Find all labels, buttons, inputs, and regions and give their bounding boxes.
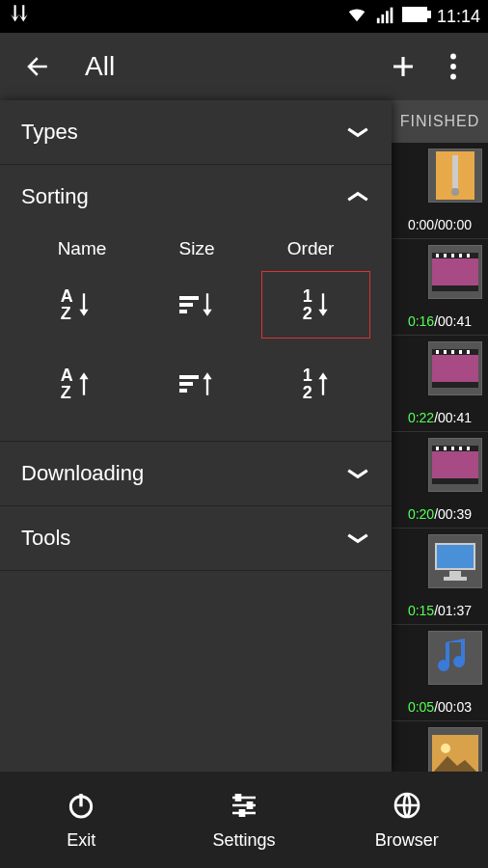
- svg-rect-50: [179, 382, 193, 386]
- add-button[interactable]: [380, 43, 426, 90]
- status-time: 11:14: [437, 7, 480, 27]
- section-tools[interactable]: Tools: [0, 506, 392, 571]
- svg-rect-35: [459, 447, 462, 450]
- svg-rect-11: [452, 155, 458, 188]
- sort-col-size: Size: [179, 238, 215, 259]
- svg-point-41: [441, 744, 450, 753]
- svg-rect-31: [432, 478, 478, 484]
- svg-rect-49: [179, 375, 199, 379]
- svg-rect-47: [179, 303, 193, 307]
- video-thumb-icon: [428, 438, 482, 492]
- list-item[interactable]: 0:15/01:37: [392, 529, 488, 625]
- svg-rect-34: [451, 447, 454, 450]
- sort-size-down[interactable]: [142, 271, 251, 339]
- item-time: 0:15/01:37: [392, 603, 488, 618]
- video-thumb-icon: [428, 341, 482, 395]
- svg-rect-0: [377, 17, 380, 22]
- chevron-down-icon: [345, 461, 370, 486]
- sort-col-name: Name: [58, 238, 107, 259]
- download-arrows-icon: [8, 2, 33, 32]
- list-item[interactable]: 0:05/00:03: [392, 625, 488, 721]
- section-label: Sorting: [21, 184, 345, 209]
- svg-rect-36: [467, 447, 470, 450]
- svg-rect-53: [236, 795, 240, 800]
- svg-rect-39: [444, 577, 467, 581]
- svg-rect-15: [432, 285, 478, 291]
- list-header-finished: FINISHED: [392, 100, 488, 143]
- overflow-menu-button[interactable]: [430, 43, 476, 90]
- section-label: Tools: [21, 526, 345, 551]
- svg-rect-2: [386, 11, 389, 23]
- svg-rect-28: [467, 350, 470, 354]
- browser-label: Browser: [375, 830, 439, 851]
- list-item[interactable]: 0:20/00:39: [392, 432, 488, 529]
- item-time: 0:05/00:03: [392, 699, 488, 715]
- monitor-thumb-icon: [428, 534, 482, 588]
- svg-rect-25: [444, 350, 447, 354]
- list-item[interactable]: 0:22/00:41: [392, 336, 488, 432]
- svg-rect-14: [432, 253, 478, 258]
- svg-rect-17: [444, 254, 447, 258]
- svg-rect-24: [436, 350, 439, 354]
- globe-icon: [392, 790, 422, 825]
- svg-rect-1: [381, 14, 384, 23]
- sort-col-order: Order: [287, 238, 335, 259]
- svg-rect-23: [432, 382, 478, 388]
- section-label: Types: [21, 120, 345, 145]
- power-icon: [66, 790, 96, 825]
- svg-point-7: [450, 54, 456, 60]
- sort-name-up[interactable]: AZ: [21, 350, 130, 418]
- download-list: FINISHED 0:00/00:000:16/00:410:22/00:410…: [392, 100, 488, 772]
- svg-rect-33: [444, 447, 447, 450]
- svg-rect-51: [179, 389, 187, 393]
- svg-point-9: [450, 74, 456, 80]
- svg-rect-16: [436, 254, 439, 258]
- bottom-bar: Exit Settings Browser: [0, 772, 488, 868]
- sort-name-down[interactable]: AZ: [21, 271, 130, 339]
- svg-rect-22: [432, 349, 478, 355]
- svg-rect-30: [432, 446, 478, 451]
- sort-size-up[interactable]: [142, 350, 251, 418]
- section-downloading[interactable]: Downloading: [0, 442, 392, 506]
- signal-icon: [375, 4, 396, 30]
- svg-rect-26: [451, 350, 454, 354]
- item-time: 0:16/00:41: [392, 313, 488, 329]
- action-bar: All: [0, 33, 488, 100]
- svg-rect-32: [436, 447, 439, 450]
- item-time: 0:22/00:41: [392, 410, 488, 425]
- settings-button[interactable]: Settings: [163, 772, 326, 868]
- chevron-up-icon: [345, 184, 370, 209]
- exit-button[interactable]: Exit: [0, 772, 163, 868]
- sort-order-up[interactable]: 12: [261, 350, 370, 418]
- section-types[interactable]: Types: [0, 100, 392, 165]
- svg-rect-38: [449, 571, 461, 577]
- wifi-icon: [344, 4, 369, 30]
- list-item[interactable]: 0:00/00:00: [392, 143, 488, 239]
- item-time: 0:00/00:00: [392, 217, 488, 232]
- settings-label: Settings: [212, 830, 275, 851]
- sliders-icon: [229, 790, 259, 825]
- section-sorting-header[interactable]: Sorting: [0, 165, 392, 229]
- battery-icon: [402, 6, 431, 28]
- item-time: 0:20/00:39: [392, 506, 488, 522]
- page-title: All: [85, 51, 115, 82]
- exit-label: Exit: [67, 830, 95, 851]
- svg-rect-27: [459, 350, 462, 354]
- music-thumb-icon: [428, 631, 482, 685]
- svg-rect-55: [240, 810, 244, 815]
- archive-thumb-icon: [428, 149, 482, 203]
- svg-rect-48: [179, 310, 187, 313]
- svg-rect-37: [436, 544, 474, 569]
- browser-button[interactable]: Browser: [325, 772, 488, 868]
- section-sorting: Sorting Name Size Order AZ12AZ12: [0, 165, 392, 442]
- sort-order-down[interactable]: 12: [261, 271, 370, 339]
- filter-panel: Types Sorting Name Size Order AZ12AZ12: [0, 100, 392, 772]
- video-thumb-icon: [428, 245, 482, 299]
- svg-point-12: [451, 188, 459, 196]
- svg-rect-6: [405, 10, 424, 19]
- back-button[interactable]: [15, 43, 62, 90]
- svg-rect-19: [459, 254, 462, 258]
- list-item[interactable]: 0:16/00:41: [392, 239, 488, 336]
- section-label: Downloading: [21, 461, 345, 486]
- chevron-down-icon: [345, 120, 370, 145]
